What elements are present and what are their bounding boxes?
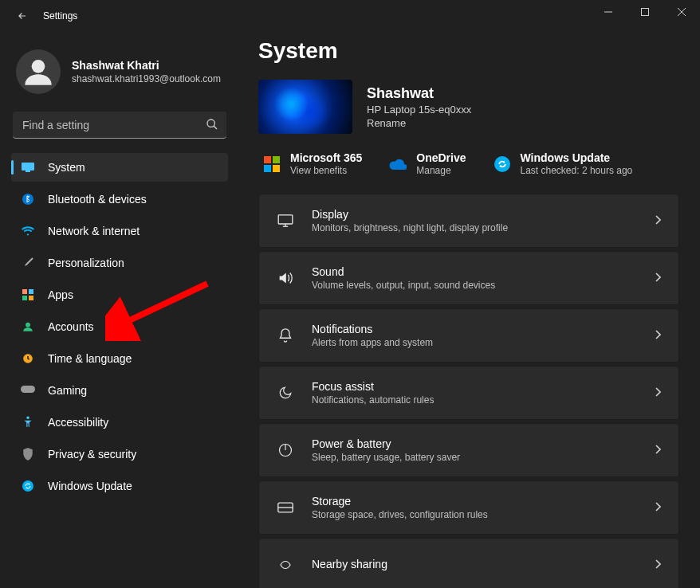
nav-item-network-internet[interactable]: Network & internet: [11, 217, 228, 245]
service-wupdate[interactable]: Windows UpdateLast checked: 2 hours ago: [494, 151, 633, 176]
settings-list: DisplayMonitors, brightness, night light…: [258, 194, 679, 588]
svg-rect-10: [22, 289, 27, 294]
chevron-right-icon: [655, 386, 661, 400]
display-icon: [277, 214, 294, 227]
chevron-right-icon: [655, 443, 661, 457]
nav-item-system[interactable]: System: [11, 153, 228, 182]
window-title: Settings: [43, 10, 77, 22]
setting-desc: Volume levels, output, input, sound devi…: [312, 280, 495, 291]
nav-item-windows-update[interactable]: Windows Update: [11, 472, 228, 500]
user-block[interactable]: Shashwat Khatri shashwat.khatri1993@outl…: [11, 32, 228, 107]
back-button[interactable]: [10, 3, 35, 29]
setting-title: Notifications: [312, 323, 433, 335]
wupdate-icon: [494, 155, 511, 173]
game-icon: [21, 383, 35, 398]
storage-icon: [277, 502, 294, 513]
update-icon: [21, 479, 35, 493]
nav-item-accounts[interactable]: Accounts: [11, 312, 228, 341]
svg-rect-22: [273, 165, 280, 172]
maximize-button[interactable]: [627, 0, 663, 24]
service-title: Windows Update: [521, 151, 633, 164]
nav-item-privacy-security[interactable]: Privacy & security: [11, 440, 228, 468]
service-onedrive[interactable]: OneDriveManage: [389, 151, 466, 176]
search-box: [13, 112, 226, 139]
user-email: shashwat.khatri1993@outlook.com: [72, 73, 221, 84]
chevron-right-icon: [655, 328, 661, 343]
nav-item-personalization[interactable]: Personalization: [11, 249, 228, 277]
svg-rect-7: [22, 163, 34, 171]
nav-item-label: Accessibility: [48, 416, 108, 429]
window-controls: [590, 0, 700, 24]
onedrive-icon: [389, 155, 407, 173]
shield-icon: [21, 447, 35, 461]
svg-rect-21: [264, 165, 271, 172]
device-rename-link[interactable]: Rename: [367, 117, 471, 129]
moon-icon: [277, 386, 294, 400]
minimize-button[interactable]: [590, 0, 627, 24]
setting-item-sound[interactable]: SoundVolume levels, output, input, sound…: [258, 251, 679, 305]
services-row: Microsoft 365View benefitsOneDriveManage…: [258, 151, 679, 176]
nav-item-bluetooth-devices[interactable]: Bluetooth & devices: [11, 185, 228, 214]
nav-item-label: Bluetooth & devices: [48, 193, 147, 206]
svg-rect-11: [29, 289, 33, 294]
svg-point-18: [22, 480, 33, 492]
svg-rect-24: [278, 215, 293, 224]
page-title: System: [258, 38, 679, 64]
svg-rect-20: [273, 156, 280, 163]
device-thumbnail[interactable]: [258, 80, 352, 134]
system-icon: [21, 160, 35, 174]
setting-title: Display: [312, 208, 508, 221]
setting-item-focus-assist[interactable]: Focus assistNotifications, automatic rul…: [258, 366, 679, 420]
setting-title: Storage: [312, 495, 488, 508]
nav-item-label: Apps: [48, 288, 73, 301]
chevron-right-icon: [655, 558, 661, 572]
main-panel: System Shashwat HP Laptop 15s-eq0xxx Ren…: [239, 32, 700, 588]
person-icon: [21, 319, 35, 334]
power-icon: [277, 443, 294, 457]
svg-point-17: [26, 417, 29, 419]
setting-desc: Alerts from apps and system: [312, 337, 433, 348]
svg-line-6: [214, 126, 217, 129]
setting-item-storage[interactable]: StorageStorage space, drives, configurat…: [258, 480, 679, 535]
svg-rect-12: [22, 296, 27, 300]
nav-item-label: Windows Update: [48, 480, 132, 492]
setting-desc: Sleep, battery usage, battery saver: [312, 452, 460, 463]
search-icon: [206, 118, 218, 134]
close-button[interactable]: [663, 0, 700, 24]
nav-item-label: Personalization: [48, 257, 124, 269]
setting-item-notifications[interactable]: NotificationsAlerts from apps and system: [258, 308, 679, 363]
nav-item-accessibility[interactable]: Accessibility: [11, 408, 228, 437]
nav-item-label: Privacy & security: [48, 448, 136, 461]
svg-rect-8: [26, 171, 30, 172]
svg-rect-19: [264, 156, 271, 163]
setting-title: Sound: [312, 265, 495, 278]
svg-point-23: [494, 156, 510, 172]
setting-desc: Notifications, automatic rules: [312, 394, 434, 406]
setting-item-nearby-sharing[interactable]: Nearby sharing: [258, 538, 679, 588]
setting-desc: Storage space, drives, configuration rul…: [312, 509, 488, 520]
nav-item-label: Time & language: [48, 352, 132, 365]
titlebar: Settings: [0, 0, 700, 32]
ms365-icon: [263, 155, 281, 173]
wifi-icon: [21, 224, 35, 238]
setting-title: Nearby sharing: [312, 558, 387, 570]
nav-item-gaming[interactable]: Gaming: [11, 376, 228, 405]
nav-item-label: Network & internet: [48, 225, 140, 237]
nav-item-label: Accounts: [48, 320, 94, 333]
chevron-right-icon: [655, 214, 661, 228]
nav-item-time-language[interactable]: Time & language: [11, 344, 228, 373]
avatar: [16, 49, 61, 94]
bell-icon: [277, 327, 294, 343]
chevron-right-icon: [655, 500, 661, 515]
setting-item-power-battery[interactable]: Power & batterySleep, battery usage, bat…: [258, 423, 679, 477]
service-subtitle: Last checked: 2 hours ago: [521, 165, 633, 176]
setting-item-display[interactable]: DisplayMonitors, brightness, night light…: [258, 194, 679, 248]
brush-icon: [21, 256, 35, 270]
user-name: Shashwat Khatri: [72, 59, 221, 72]
nav-item-apps[interactable]: Apps: [11, 280, 228, 309]
device-name: Shashwat: [367, 85, 471, 102]
setting-title: Power & battery: [312, 437, 460, 450]
service-ms365[interactable]: Microsoft 365View benefits: [263, 151, 362, 176]
setting-title: Focus assist: [312, 380, 434, 393]
search-input[interactable]: [13, 112, 226, 139]
